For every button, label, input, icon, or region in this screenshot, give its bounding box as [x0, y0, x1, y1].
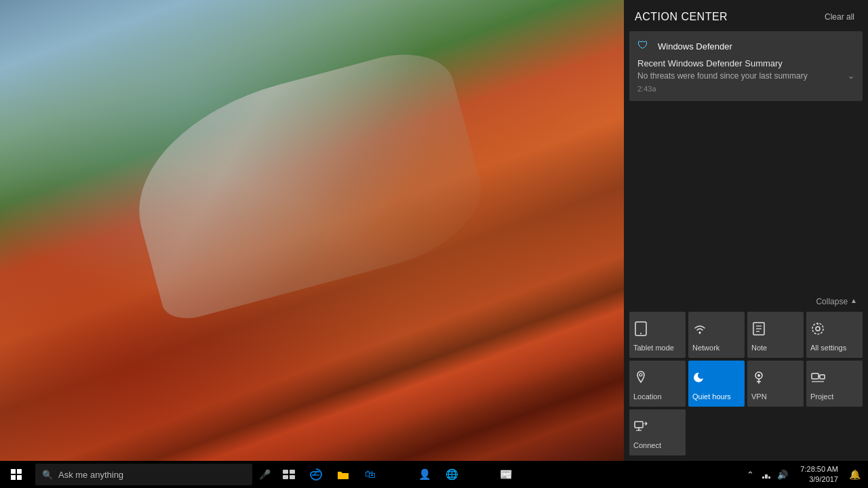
- taskbar-right: ⌃ 🔊 7:28:50 AM 3/9/2017 🔔: [738, 461, 868, 488]
- quick-tile-project[interactable]: Project: [806, 361, 863, 407]
- quick-tile-location[interactable]: Location: [629, 361, 686, 407]
- clock-time: 7:28:50 AM: [800, 464, 838, 474]
- network-icon: [692, 321, 707, 340]
- notification-body: No threats were found since your last su…: [637, 71, 854, 81]
- quick-tile-note[interactable]: Note: [747, 312, 804, 358]
- svg-rect-26: [290, 470, 295, 474]
- system-tray: ⌃ 🔊: [738, 461, 795, 488]
- system-clock[interactable]: 7:28:50 AM 3/9/2017: [795, 464, 844, 485]
- connect-label: Connect: [633, 441, 661, 450]
- taskbar-photos-button[interactable]: 🖼: [465, 461, 492, 488]
- quick-tile-network[interactable]: Network: [688, 312, 745, 358]
- svg-rect-30: [762, 476, 764, 479]
- quick-tile-all-settings[interactable]: All settings: [806, 312, 863, 358]
- notification-text: No threats were found since your last su…: [637, 71, 842, 81]
- svg-point-8: [812, 323, 823, 334]
- quick-tiles-row3: Connect: [629, 409, 863, 455]
- tray-volume-icon[interactable]: 🔊: [776, 468, 789, 481]
- notification-time: 2:43a: [637, 85, 854, 93]
- tablet-mode-icon: [633, 321, 648, 340]
- collapse-button[interactable]: Collapse ▲: [629, 294, 863, 312]
- tray-chevron[interactable]: ⌃: [743, 468, 757, 481]
- svg-rect-14: [812, 373, 818, 379]
- taskbar-store-button[interactable]: 🛍: [357, 461, 384, 488]
- notification-header: 🛡 Windows Defender: [637, 39, 854, 53]
- svg-point-9: [639, 373, 642, 376]
- action-center-header: ACTION CENTER Clear all: [624, 0, 868, 28]
- quiet-hours-label: Quiet hours: [692, 392, 731, 401]
- svg-point-2: [699, 331, 701, 333]
- desktop-wallpaper: [0, 0, 624, 461]
- taskbar: 🔍 Ask me anything 🎤 🛍 ✉ 👤 🌐 🖼 📰 ⌃: [0, 461, 868, 488]
- note-icon: [751, 321, 766, 340]
- svg-rect-21: [11, 469, 16, 474]
- cortana-mic-button[interactable]: 🎤: [254, 461, 275, 488]
- collapse-chevron: ▲: [850, 297, 857, 306]
- quiet-hours-icon: [692, 370, 707, 388]
- network-label: Network: [692, 344, 719, 352]
- tray-network-icon[interactable]: [760, 468, 773, 481]
- task-view-button[interactable]: [275, 461, 302, 488]
- clock-date: 3/9/2017: [809, 474, 838, 485]
- note-label: Note: [751, 344, 767, 352]
- action-center-title: ACTION CENTER: [635, 11, 728, 23]
- svg-rect-22: [17, 469, 22, 474]
- taskbar-people-button[interactable]: 👤: [411, 461, 438, 488]
- svg-rect-23: [11, 475, 16, 480]
- svg-point-7: [816, 327, 820, 331]
- tablet-mode-label: Tablet mode: [633, 344, 674, 352]
- quick-tile-connect[interactable]: Connect: [629, 409, 686, 455]
- notification-area: 🛡 Windows Defender Recent Windows Defend…: [624, 28, 868, 289]
- svg-rect-28: [290, 475, 295, 479]
- svg-rect-29: [765, 474, 768, 479]
- project-icon: [810, 370, 825, 388]
- wallpaper-overlay: [0, 0, 624, 461]
- vpn-icon: [751, 370, 766, 388]
- notification-app-name: Windows Defender: [658, 41, 732, 52]
- quick-tile-vpn[interactable]: VPN: [747, 361, 804, 407]
- project-label: Project: [810, 392, 833, 401]
- clear-all-button[interactable]: Clear all: [822, 11, 857, 23]
- svg-rect-27: [283, 475, 288, 479]
- taskbar-explorer-button[interactable]: [330, 461, 357, 488]
- vpn-label: VPN: [751, 392, 767, 401]
- action-center-button[interactable]: 🔔: [844, 461, 865, 488]
- svg-rect-24: [17, 475, 22, 480]
- taskbar-mail-button[interactable]: ✉: [384, 461, 411, 488]
- location-icon: [633, 370, 648, 388]
- start-button[interactable]: [0, 461, 33, 488]
- action-center-panel: ACTION CENTER Clear all 🛡 Windows Defend…: [624, 0, 868, 461]
- search-bar[interactable]: 🔍 Ask me anything: [35, 464, 252, 485]
- quick-actions-section: Collapse ▲ Tablet mode: [624, 289, 868, 461]
- quick-tile-quiet-hours[interactable]: Quiet hours: [688, 361, 745, 407]
- svg-point-1: [640, 333, 642, 334]
- taskbar-news-button[interactable]: 📰: [492, 461, 519, 488]
- svg-rect-25: [283, 470, 288, 474]
- all-settings-icon: [810, 321, 825, 340]
- notification-title: Recent Windows Defender Summary: [637, 58, 854, 68]
- quick-tiles-row2: Location Quiet hours: [629, 361, 863, 407]
- location-label: Location: [633, 392, 662, 401]
- quick-tile-tablet-mode[interactable]: Tablet mode: [629, 312, 686, 358]
- all-settings-label: All settings: [810, 344, 846, 352]
- svg-point-13: [757, 374, 760, 377]
- defender-notification-card[interactable]: 🛡 Windows Defender Recent Windows Defend…: [629, 31, 863, 101]
- connect-icon: [633, 419, 648, 437]
- search-icon: 🔍: [42, 470, 53, 480]
- svg-rect-31: [768, 476, 770, 479]
- search-placeholder: Ask me anything: [58, 470, 123, 480]
- quick-tiles-row1: Tablet mode Network: [629, 312, 863, 358]
- expand-icon[interactable]: ⌄: [848, 71, 854, 81]
- defender-icon: 🛡: [637, 39, 651, 53]
- taskbar-maps-button[interactable]: 🌐: [438, 461, 465, 488]
- taskbar-edge-button[interactable]: [302, 461, 330, 488]
- svg-rect-18: [635, 422, 643, 428]
- svg-rect-15: [820, 375, 825, 379]
